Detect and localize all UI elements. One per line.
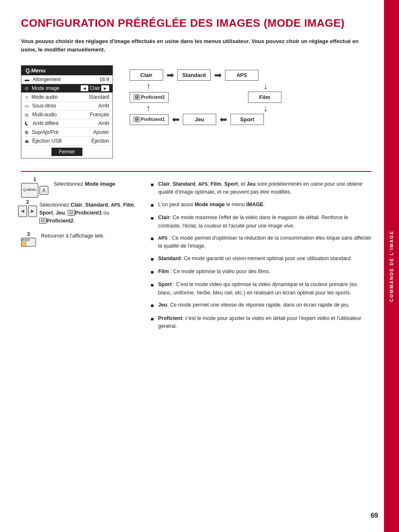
main-content: CONFIGURATION PRÉRÉGLÉE DES IMAGES (MODE…	[0, 0, 384, 532]
info-item-9: ■ Proficient: c'est le mode pour ajuster…	[151, 315, 371, 331]
page-container: CONFIGURATION PRÉRÉGLÉE DES IMAGES (MODE…	[0, 0, 399, 532]
flow-diagram: Clair ➡ Standard ➡ APS ↑ ↓ ⓂProficient2	[130, 69, 284, 125]
info-item-1: ■ Clair, Standard, APS, Film, Sport, et …	[151, 180, 371, 197]
step-3-number: 3	[27, 231, 30, 237]
arrow-right-btn[interactable]: ►	[101, 85, 109, 91]
info-item-2: ■ L'on peut aussi Mode image le menu IMA…	[151, 201, 371, 210]
flow-sport: Sport	[230, 114, 264, 125]
step-2-icons: ◄ ►	[18, 205, 37, 217]
flow-jeu: Jeu	[183, 114, 216, 125]
right-sidebar: COMMANDE DE L'IMAGE	[384, 0, 399, 532]
step-3-icons: EXIT ⏩	[21, 238, 36, 247]
step-2-number: 2	[26, 199, 29, 205]
qmenu-title: Q.Menu	[21, 66, 113, 75]
bullet-8: ■	[151, 302, 155, 310]
step-2: 2 ◄ ► Sélectionnez Clair, Standard, APS,…	[21, 201, 138, 225]
flow-film: Film	[248, 92, 281, 103]
flow-proficient2: ⓂProficient2	[130, 92, 169, 103]
step-1-text: Sélectionnez Mode image.	[54, 180, 117, 188]
info-item-3: ■ Clair: Ce mode maximise l'effet de la …	[151, 214, 371, 230]
step-1-icons: Q.MENU ∧	[21, 183, 49, 198]
qmenu-button[interactable]: Q.MENU	[21, 183, 38, 198]
step-1-number: 1	[33, 176, 36, 182]
up-arrow-button[interactable]: ∧	[39, 186, 49, 195]
bullet-6: ■	[151, 269, 155, 276]
bullet-1: ■	[151, 181, 155, 189]
step-1: 1 Q.MENU ∧ Sélectionnez Mode image.	[21, 180, 138, 194]
arrow-right-1: ➡	[166, 70, 174, 81]
qmenu-section: Q.Menu ▬ Allongement 16:9 ⊙ Mode image ◄	[21, 65, 371, 159]
arrow-down-sport: ↓	[247, 103, 284, 114]
qmenu-box: Q.Menu ▬ Allongement 16:9 ⊙ Mode image ◄	[21, 65, 113, 159]
qmenu-item-allongement[interactable]: ▬ Allongement 16:9	[21, 75, 113, 84]
info-item-7: ■ Sport : C'est le mode vidéo qui optimi…	[151, 281, 371, 297]
qmenu-item-arret-differe[interactable]: ⏾ Arrêt différé Arrêt	[21, 119, 113, 128]
qmenu-item-mode-image[interactable]: ⊙ Mode image ◄ Clair ►	[21, 84, 113, 93]
page-number: 69	[371, 512, 378, 519]
qmenu-footer: Fermer	[21, 146, 113, 158]
divider	[21, 171, 371, 172]
arret-differe-icon: ⏾	[25, 121, 29, 126]
arrow-left-jeu: ⬅	[172, 114, 179, 125]
qmenu-item-ejection[interactable]: ⏏ Éjection USB Éjection	[21, 137, 113, 146]
step-3: 3 EXIT ⏩ Retourner à l'affichage télé.	[21, 232, 138, 246]
steps-left: 1 Q.MENU ∧ Sélectionnez Mode image.	[21, 180, 138, 335]
bullet-4: ■	[151, 235, 155, 243]
arrow-left-sport: ⬅	[220, 114, 227, 125]
info-panel: ■ Clair, Standard, APS, Film, Sport, et …	[151, 180, 371, 335]
mode-image-icon: ⊙	[25, 86, 28, 91]
sidebar-label: COMMANDE DE L'IMAGE	[389, 230, 394, 302]
qmenu-item-multi-audio[interactable]: ◎ Multi-audio Français	[21, 110, 113, 119]
bullet-7: ■	[151, 281, 155, 289]
flow-standard: Standard	[177, 69, 211, 81]
arrow-up-proficient2: ↑	[130, 81, 167, 92]
multi-audio-icon: ◎	[25, 112, 29, 118]
step-3-text: Retourner à l'affichage télé.	[41, 232, 105, 240]
qmenu-item-sup[interactable]: ⊞ Sup/Ajo/Pré Ajouter	[21, 128, 113, 137]
flow-proficient1: ⓂProficient1	[130, 114, 169, 125]
bullet-9: ■	[151, 315, 155, 323]
fermer-button[interactable]: Fermer	[51, 148, 83, 156]
bullet-2: ■	[151, 202, 155, 210]
intro-text: Vous pouvez choisir des réglages d'image…	[21, 37, 371, 54]
flow-clair: Clair	[130, 69, 163, 81]
arrow-up-proficient1: ↑	[130, 103, 167, 114]
info-item-4: ■ APS : Ce mode permet d'optimiser la ré…	[151, 234, 371, 251]
qmenu-item-mode-audio[interactable]: ♫ Mode audio Standard	[21, 93, 113, 102]
mode-audio-icon: ♫	[25, 95, 28, 100]
page-title: CONFIGURATION PRÉRÉGLÉE DES IMAGES (MODE…	[21, 17, 371, 30]
allongement-icon: ▬	[25, 77, 29, 82]
arrow-left-btn[interactable]: ◄	[81, 85, 89, 91]
sous-titres-icon: ▭	[25, 103, 29, 109]
right-nav-button[interactable]: ►	[28, 205, 37, 217]
info-item-8: ■ Jeu: Ce mode permet une vitesse de rép…	[151, 301, 371, 310]
bullet-5: ■	[151, 256, 155, 263]
step-2-text: Sélectionnez Clair, Standard, APS, Film,…	[39, 201, 138, 225]
ejection-icon: ⏏	[25, 138, 29, 144]
steps-section: 1 Q.MENU ∧ Sélectionnez Mode image.	[21, 180, 371, 335]
arrow-down-film: ↓	[247, 81, 284, 92]
arrow-right-2: ➡	[214, 70, 222, 81]
exit-button[interactable]: EXIT ⏩	[21, 238, 36, 247]
sup-icon: ⊞	[25, 130, 28, 135]
info-item-6: ■ Film : Ce mode optimise la vidéo pour …	[151, 268, 371, 276]
left-nav-button[interactable]: ◄	[18, 205, 27, 217]
info-item-5: ■ Standard: Ce mode garantit un vision-n…	[151, 255, 371, 263]
bullet-3: ■	[151, 215, 155, 223]
qmenu-item-sous-titres[interactable]: ▭ Sous-titres Arrêt	[21, 102, 113, 110]
flow-aps: APS	[225, 70, 258, 81]
